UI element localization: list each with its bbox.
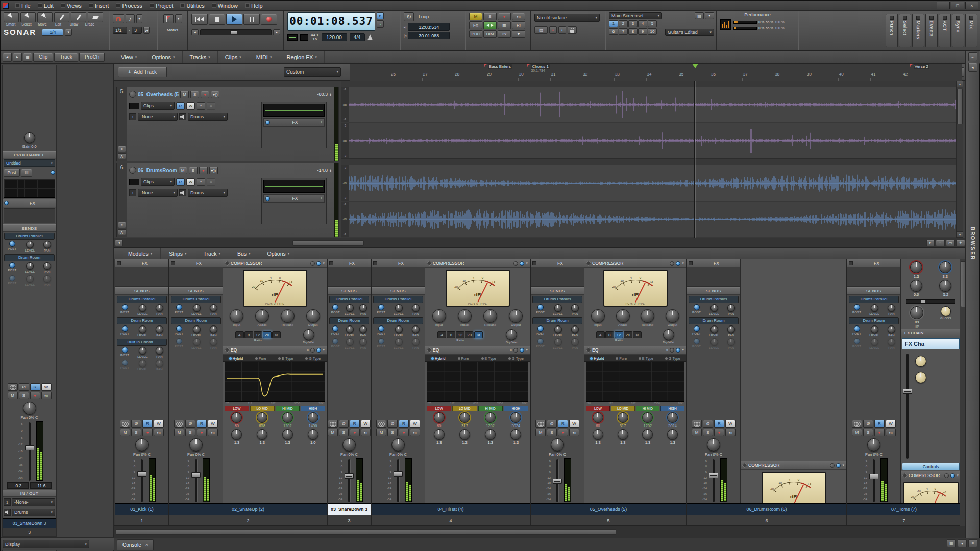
dim-solo-button[interactable]: DIM — [483, 30, 497, 38]
volume-fader[interactable] — [393, 458, 403, 503]
band-freq-knob[interactable] — [459, 412, 470, 423]
send-post-led[interactable] — [122, 347, 128, 353]
input-dropdown[interactable]: -None-▾ — [138, 113, 178, 121]
fader-handle[interactable] — [709, 473, 718, 478]
interleave-button[interactable] — [692, 420, 702, 428]
record-button[interactable] — [261, 14, 277, 25]
prochannel-preset-dropdown[interactable]: Untitled▾ — [4, 159, 55, 167]
input-echo-button[interactable]: ●)) — [208, 429, 218, 436]
inspector-pin-icon[interactable]: ▦ — [23, 53, 32, 62]
ratio-12-button[interactable]: 12 — [456, 331, 464, 338]
eq-preset-icon[interactable] — [670, 348, 674, 353]
ratio-4-button[interactable]: 4 — [437, 331, 446, 338]
module-tab-mix[interactable]: Mix — [965, 14, 977, 47]
tab-console[interactable]: Console × — [117, 539, 154, 550]
volume-fader[interactable] — [552, 458, 562, 503]
fx-add-icon[interactable]: + — [320, 196, 323, 201]
send-post-led[interactable] — [378, 325, 384, 332]
interleave-button[interactable] — [120, 420, 130, 428]
browser-expand-icon[interactable]: ◂ — [968, 63, 977, 72]
drywet-knob[interactable] — [303, 329, 314, 340]
tools-more-button[interactable]: ▾ — [65, 29, 72, 36]
send-name[interactable]: Drums Parallel — [532, 296, 582, 303]
input-echo-button[interactable]: ●)) — [41, 392, 52, 399]
automation-lane-icon[interactable]: A — [118, 229, 126, 235]
record-arm-button[interactable]: ● — [197, 429, 207, 436]
send-name[interactable]: Drums Parallel — [689, 296, 739, 303]
release-knob[interactable] — [483, 309, 497, 323]
ratio-12-button[interactable]: 12 — [615, 331, 623, 338]
phase-button[interactable]: Ø — [547, 420, 557, 428]
eq-type-pure[interactable]: Pure — [255, 357, 266, 360]
track-hscroll-thumb[interactable] — [292, 240, 364, 246]
menu-project[interactable]: Project — [146, 2, 177, 10]
chevron-down-icon[interactable]: ▾ — [526, 348, 528, 352]
output-dropdown[interactable]: Drums▾ — [188, 189, 228, 197]
screenset-1[interactable]: 1 — [609, 20, 618, 27]
send-level-knob[interactable] — [710, 338, 718, 346]
write-automation-button[interactable]: W — [154, 420, 164, 428]
band-gain-knob[interactable] — [510, 429, 521, 440]
pan-knob[interactable] — [23, 402, 36, 415]
lane-expand-icon[interactable]: ≡ — [118, 146, 126, 152]
send-post-led[interactable] — [694, 338, 700, 344]
transport-fwd-button[interactable]: ▸ — [273, 29, 280, 35]
module-tab-sync[interactable]: Sync — [952, 14, 964, 47]
drywet-knob[interactable] — [506, 329, 517, 340]
tool-draw[interactable] — [71, 12, 86, 22]
input-echo-button[interactable]: ●)) — [886, 429, 896, 436]
mini-slider-handle[interactable] — [921, 300, 925, 303]
send-post-led[interactable] — [332, 338, 338, 344]
inspector-tab-clip[interactable]: Clip — [33, 53, 53, 62]
pan-knob[interactable] — [707, 438, 720, 452]
interleave-button[interactable] — [852, 420, 862, 428]
record-arm-button[interactable]: ● — [30, 392, 40, 399]
band-gain-knob[interactable] — [459, 429, 470, 440]
fader-handle[interactable] — [345, 473, 354, 479]
write-automation-button[interactable]: W — [186, 178, 195, 186]
screenset-4[interactable]: 4 — [638, 20, 647, 27]
send-level-knob[interactable] — [139, 325, 146, 333]
mute-button[interactable]: M — [852, 429, 862, 436]
zoom-fit-icon[interactable]: ▭ — [946, 240, 955, 246]
send-pan-knob[interactable] — [156, 325, 163, 333]
write-automation-button[interactable]: W — [410, 420, 420, 428]
read-automation-button[interactable]: R — [142, 420, 153, 428]
read-automation-button[interactable]: R — [350, 420, 360, 428]
ui[interactable] — [957, 89, 963, 124]
rewind-button[interactable] — [191, 14, 208, 25]
record-arm-button[interactable]: ● — [874, 429, 885, 436]
clip-lane[interactable]: -3dB-3 — [341, 87, 956, 122]
band-freq-knob[interactable] — [510, 412, 521, 423]
write-automation-button[interactable]: W — [569, 420, 579, 428]
fader-handle[interactable] — [25, 445, 34, 450]
mute-button[interactable]: M — [8, 392, 18, 399]
interleave-button[interactable] — [535, 420, 546, 428]
edit-filter-dropdown[interactable]: Clips▾ — [141, 178, 175, 186]
tool-erase[interactable] — [88, 12, 103, 22]
snap-note-icon-button[interactable]: ♪ — [126, 14, 135, 23]
band-gain-knob[interactable] — [231, 429, 242, 440]
loop-start-display[interactable]: 12:03:534 — [408, 23, 450, 31]
console-hscrollbar[interactable] — [114, 525, 966, 538]
band-freq-knob[interactable] — [434, 412, 445, 423]
mute-button[interactable]: M — [174, 429, 184, 436]
send-pan-knob[interactable] — [888, 304, 895, 312]
global-fx-button[interactable]: FX — [469, 21, 482, 29]
read-automation-button[interactable]: R — [874, 420, 885, 428]
send-pan-knob[interactable] — [412, 325, 420, 333]
chevron-down-icon[interactable]: ▾ — [526, 261, 528, 265]
maximize-button[interactable]: □ — [951, 2, 964, 9]
menu-tracks[interactable]: Tracks▾ — [183, 51, 218, 63]
interleave-button[interactable] — [376, 420, 386, 428]
output-dropdown[interactable]: Drums▾ — [188, 113, 228, 121]
send-level-knob[interactable] — [710, 304, 718, 312]
send-pan-knob[interactable] — [412, 304, 420, 312]
pan-knob[interactable] — [391, 438, 405, 452]
send-level-knob[interactable] — [26, 262, 34, 270]
menu-help[interactable]: Help — [241, 2, 266, 10]
send-pan-knob[interactable] — [156, 304, 163, 312]
transport-back-button[interactable]: ◂ — [191, 29, 199, 35]
record-arm-button[interactable]: ● — [199, 167, 208, 174]
send-post-led[interactable] — [537, 338, 544, 344]
